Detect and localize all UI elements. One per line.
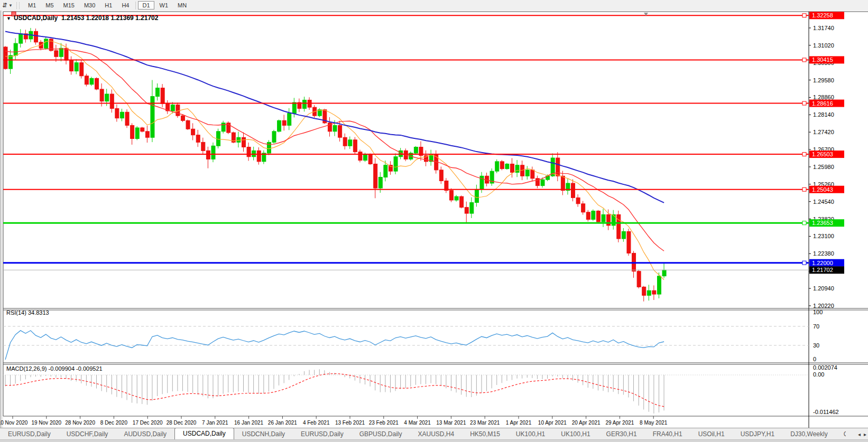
candle-body [125, 112, 129, 125]
tab-hk50-m15[interactable]: HK50,M15 [462, 428, 508, 440]
hline-badge-text: 1.23653 [812, 220, 833, 226]
candle-body [206, 151, 210, 159]
chart-mode-icon[interactable]: ⇵ [2, 2, 7, 9]
candle-body [657, 276, 661, 294]
candle-body [54, 51, 58, 57]
candle-body [196, 135, 200, 143]
chart-symbol-period: USDCAD,Daily [14, 14, 58, 22]
tab-usoil-h1[interactable]: USOil,H1 [690, 428, 733, 440]
candle-body [278, 120, 281, 131]
candle-body [338, 125, 342, 137]
tab-audusd-daily[interactable]: AUDUSD,Daily [116, 428, 174, 440]
chart-title: ▼USDCAD,Daily 1.21453 1.22018 1.21369 1.… [6, 14, 158, 22]
timeframe-button-H4[interactable]: H4 [117, 1, 133, 10]
price-tick-label: 1.22380 [813, 250, 834, 257]
candle-body [201, 142, 205, 151]
time-axis[interactable]: 10 Nov 202019 Nov 202028 Nov 20208 Dec 2… [0, 416, 668, 426]
macd-axis-label: 0.00 [813, 371, 824, 378]
tab-usdchf-daily[interactable]: USDCHF,Daily [59, 428, 116, 440]
toolbar-caret-icon[interactable]: ▼ [8, 3, 13, 8]
line-handle-icon[interactable] [802, 14, 806, 17]
chart-tab-bar: EURUSD,DailyUSDCHF,DailyAUDUSD,DailyUSDC… [0, 428, 868, 440]
line-handle-icon[interactable] [802, 261, 806, 265]
tab-uk100-h1[interactable]: UK100,H1 [553, 428, 598, 440]
chart-ohlc-values: 1.21453 1.22018 1.21369 1.21702 [61, 14, 159, 22]
date-label: 26 Jan 2021 [268, 420, 297, 426]
date-label: 23 Feb 2021 [369, 420, 399, 426]
rsi-axis-label: 70 [813, 323, 819, 330]
line-handle-icon[interactable] [802, 58, 806, 62]
tab-dj30-weekly[interactable]: DJ30,Weekly [782, 428, 835, 440]
timeframe-button-M15[interactable]: M15 [59, 1, 79, 10]
status-strip [0, 439, 868, 442]
date-label: 4 Mar 2021 [404, 420, 431, 426]
symbol-dropdown-icon[interactable]: ▼ [6, 16, 11, 21]
candle-body [333, 125, 337, 131]
tab-usdcnh-daily[interactable]: USDCNH,Daily [234, 428, 293, 440]
line-handle-icon[interactable] [802, 153, 806, 156]
candle-body [4, 47, 7, 69]
candle-body [9, 55, 13, 69]
candle-body [131, 125, 134, 138]
price-tick-label: 1.27420 [813, 129, 834, 135]
candle-body [171, 105, 174, 111]
candle-body [384, 165, 387, 177]
ma-mid-line [5, 49, 664, 251]
candle-body [141, 128, 144, 131]
price-tick-label: 1.29580 [813, 77, 834, 83]
tab-ger30-h1[interactable]: GER30,H1 [598, 428, 645, 440]
tab-gbpusd-daily[interactable]: GBPUSD,Daily [352, 428, 410, 440]
tab-scroll-left-icon[interactable]: ◂ [858, 431, 861, 437]
candle-body [115, 108, 119, 118]
tab-scroll-right-icon[interactable]: ▸ [864, 431, 866, 437]
line-handle-icon[interactable] [802, 221, 806, 225]
price-tick-label: 1.28140 [813, 111, 834, 118]
candle-body [358, 152, 362, 161]
tab-uk100-h1[interactable]: UK100,H1 [508, 428, 553, 440]
tab-xauusd-h4[interactable]: XAUUSD,H4 [410, 428, 462, 440]
hline-badge-text: 1.30415 [812, 57, 833, 63]
candle-body [662, 270, 666, 276]
timeframe-button-M30[interactable]: M30 [80, 1, 99, 10]
timeframe-button-MN[interactable]: MN [173, 1, 191, 10]
line-handle-icon[interactable] [802, 101, 806, 105]
candle-body [505, 164, 509, 168]
date-label: 8 May 2021 [640, 420, 668, 426]
candle-body [161, 88, 164, 104]
chart-stage: 1.202201.209401.216601.223801.231001.238… [0, 11, 868, 428]
ma-slow-line [5, 32, 664, 203]
candle-body [586, 212, 590, 220]
tab-usdcad-daily[interactable]: USDCAD,Daily [174, 428, 234, 440]
line-handle-icon[interactable] [802, 187, 806, 191]
candle-body [571, 183, 575, 198]
chart-canvas[interactable]: 1.202201.209401.216601.223801.231001.238… [0, 11, 868, 428]
candle-body [105, 94, 109, 101]
timeframe-button-W1[interactable]: W1 [155, 1, 173, 10]
timeframe-toolbar: ⇵ ▼ M1M5M15M30H1H4D1W1MN [0, 0, 868, 11]
tab-fra40-h1[interactable]: FRA40,H1 [645, 428, 690, 440]
candle-body [353, 140, 357, 152]
date-label: 10 Nov 2020 [0, 420, 28, 426]
rsi-indicator-label: RSI(14) 34.8313 [6, 309, 49, 316]
tab-china300-h1[interactable]: CHINA300,H1 [836, 428, 846, 440]
tab-usdjpy-h1[interactable]: USDJPY,H1 [733, 428, 782, 440]
candle-body [120, 112, 124, 118]
tab-eurusd-daily[interactable]: EURUSD,Daily [293, 428, 352, 440]
candle-body [110, 94, 114, 108]
candle-body [151, 97, 154, 138]
candle-body [592, 211, 595, 220]
candle-body [242, 137, 245, 147]
timeframe-button-D1[interactable]: D1 [138, 1, 154, 10]
timeframe-button-M5[interactable]: M5 [41, 1, 58, 10]
candle-body [642, 287, 646, 295]
toolbar-grip[interactable] [16, 2, 20, 9]
candle-body [531, 170, 534, 178]
candle-body [515, 165, 519, 173]
date-label: 20 Apr 2021 [572, 420, 601, 426]
ma-fast-line [5, 41, 664, 280]
hline-badge-text: 1.28616 [812, 100, 833, 107]
timeframe-button-M1[interactable]: M1 [24, 1, 40, 10]
tab-eurusd-daily[interactable]: EURUSD,Daily [0, 428, 59, 440]
timeframe-button-H1[interactable]: H1 [100, 1, 116, 10]
candle-body [135, 128, 139, 139]
